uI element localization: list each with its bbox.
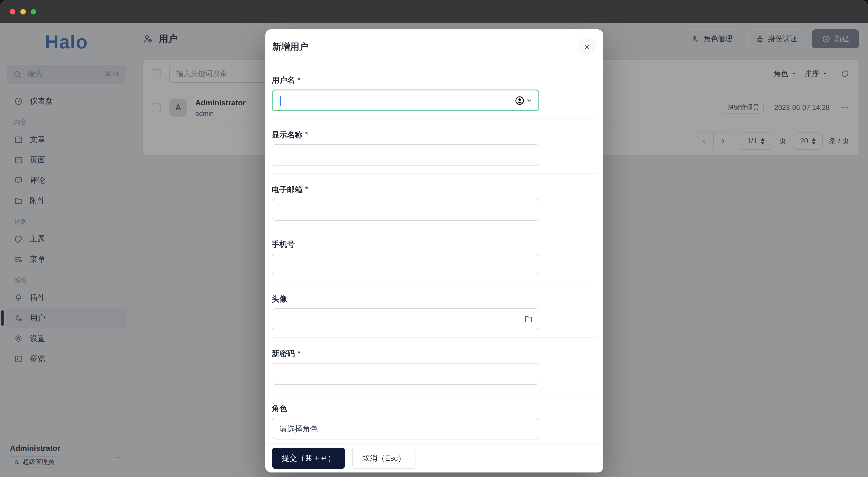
text-caret bbox=[280, 96, 281, 106]
modal-title: 新增用户 bbox=[272, 40, 308, 53]
field-label: 手机号 bbox=[272, 239, 597, 249]
field-label: 用户名 * bbox=[272, 75, 597, 85]
window-titlebar bbox=[0, 0, 868, 23]
phone-field[interactable] bbox=[272, 254, 539, 275]
email-field[interactable] bbox=[272, 199, 539, 221]
folder-icon bbox=[524, 315, 533, 324]
field-role: 角色 请选择角色 bbox=[272, 392, 597, 443]
required-mark: * bbox=[305, 185, 308, 194]
app-window: Halo ⌘+K 仪表盘 内容 bbox=[0, 0, 868, 477]
avatar-input[interactable] bbox=[272, 309, 518, 330]
password-input[interactable] bbox=[272, 363, 539, 384]
minimize-window-icon[interactable] bbox=[20, 9, 26, 14]
modal-header: 新增用户 bbox=[266, 29, 603, 64]
field-avatar: 头像 bbox=[272, 283, 597, 338]
field-label-text: 电子邮箱 bbox=[272, 184, 303, 195]
field-label-text: 手机号 bbox=[272, 239, 295, 249]
field-phone: 手机号 bbox=[272, 228, 597, 283]
field-password: 新密码 * bbox=[272, 338, 597, 392]
zoom-window-icon[interactable] bbox=[31, 9, 36, 14]
email-input[interactable] bbox=[272, 199, 539, 220]
field-label-text: 新密码 bbox=[272, 348, 295, 359]
field-label: 显示名称 * bbox=[272, 130, 597, 140]
username-input[interactable] bbox=[273, 90, 515, 110]
required-mark: * bbox=[298, 349, 301, 358]
field-label-text: 用户名 bbox=[272, 75, 295, 85]
modal-footer: 提交（⌘ + ↵） 取消（Esc） bbox=[266, 443, 603, 473]
avatar-circle-icon bbox=[515, 95, 525, 106]
field-label-text: 显示名称 bbox=[272, 129, 303, 140]
field-display-name: 显示名称 * bbox=[272, 119, 597, 174]
field-label: 电子邮箱 * bbox=[272, 184, 597, 195]
display-name-input[interactable] bbox=[272, 145, 539, 166]
username-avatar-dropdown[interactable] bbox=[515, 95, 538, 106]
role-select[interactable]: 请选择角色 bbox=[272, 418, 539, 440]
password-field[interactable] bbox=[272, 363, 539, 385]
avatar-field[interactable] bbox=[272, 308, 539, 330]
field-label-text: 头像 bbox=[272, 294, 287, 304]
role-select-value: 请选择角色 bbox=[279, 423, 318, 434]
display-name-field[interactable] bbox=[272, 144, 539, 166]
phone-input[interactable] bbox=[272, 254, 539, 275]
modal-body: 用户名 * bbox=[266, 64, 603, 443]
username-field[interactable] bbox=[272, 90, 539, 111]
close-window-icon[interactable] bbox=[10, 9, 16, 14]
field-label-text: 角色 bbox=[272, 403, 287, 414]
avatar-picker-button[interactable] bbox=[518, 309, 539, 330]
new-user-modal: 新增用户 用户名 * bbox=[266, 29, 603, 473]
chevron-down-icon bbox=[526, 97, 532, 103]
field-label: 新密码 * bbox=[272, 349, 597, 359]
field-username: 用户名 * bbox=[272, 64, 597, 119]
cancel-button[interactable]: 取消（Esc） bbox=[352, 447, 415, 469]
submit-button[interactable]: 提交（⌘ + ↵） bbox=[272, 447, 345, 469]
required-mark: * bbox=[298, 76, 301, 85]
close-icon[interactable] bbox=[578, 37, 596, 56]
field-email: 电子邮箱 * bbox=[272, 174, 597, 228]
required-mark: * bbox=[305, 130, 308, 139]
field-label: 头像 bbox=[272, 294, 597, 304]
field-label: 角色 bbox=[272, 403, 597, 413]
